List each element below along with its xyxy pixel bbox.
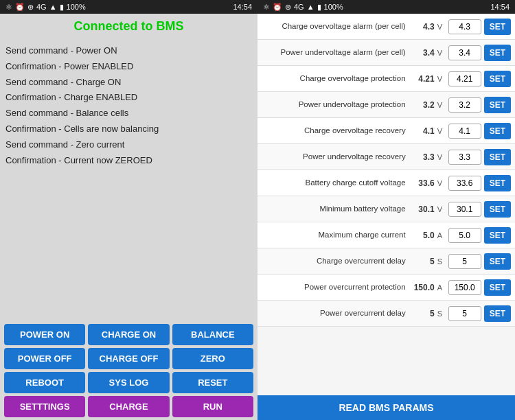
param-input-11[interactable] [448, 306, 481, 321]
param-current-9: 5 [411, 257, 435, 266]
btn-charge[interactable]: CHARGE [88, 396, 169, 417]
param-input-8[interactable] [448, 228, 481, 243]
param-row-6: Battery charge cutoff voltage33.6VSET [258, 170, 515, 196]
button-row-1: POWER OFFCHARGE OFFZERO [4, 348, 253, 369]
log-area: Send command - Power ONConfirmation - Po… [0, 39, 258, 321]
wifi-icon: ⊛ [27, 3, 34, 12]
btn-charge-on[interactable]: CHARGE ON [88, 324, 169, 345]
btn-run[interactable]: RUN [172, 396, 253, 417]
left-panel: Connected to BMS Send command - Power ON… [0, 14, 258, 420]
param-set-btn-10[interactable]: SET [484, 279, 511, 296]
param-current-11: 5 [411, 309, 435, 318]
param-label-8: Maximum charge current [262, 230, 409, 240]
btn-reset[interactable]: RESET [172, 372, 253, 393]
param-input-6[interactable] [448, 176, 481, 191]
param-current-3: 3.2 [411, 100, 435, 110]
btn-power-off[interactable]: POWER OFF [4, 348, 85, 369]
btn-reboot[interactable]: REBOOT [4, 372, 85, 393]
param-unit-3: V [437, 101, 446, 109]
param-set-btn-2[interactable]: SET [484, 71, 511, 87]
param-unit-9: S [437, 257, 446, 266]
param-set-btn-3[interactable]: SET [484, 97, 511, 113]
param-set-btn-8[interactable]: SET [484, 227, 511, 244]
param-unit-6: V [437, 179, 446, 187]
param-set-btn-7[interactable]: SET [484, 201, 511, 218]
param-row-3: Power undervoltage protection3.2VSET [258, 92, 515, 118]
param-input-2[interactable] [448, 71, 481, 86]
wifi-icon-r: ⊛ [285, 3, 291, 12]
param-unit-5: V [437, 153, 446, 161]
param-current-2: 4.21 [411, 74, 435, 84]
log-entry-7: Confirmation - Current now ZEROED [5, 153, 252, 169]
param-row-2: Charge overvoltage protection4.21VSET [258, 66, 515, 92]
param-input-4[interactable] [448, 124, 481, 139]
right-panel: Charge overvoltage alarm (per cell)4.3VS… [258, 14, 515, 420]
time-right: 14:54 [490, 3, 510, 11]
params-list: Charge overvoltage alarm (per cell)4.3VS… [258, 14, 515, 395]
param-row-0: Charge overvoltage alarm (per cell)4.3VS… [258, 14, 515, 40]
param-unit-1: V [437, 49, 446, 57]
param-label-10: Power overcurrent protection [262, 282, 409, 292]
btn-charge-off[interactable]: CHARGE OFF [88, 348, 169, 369]
log-entry-6: Send command - Zero current [5, 137, 252, 153]
param-set-btn-5[interactable]: SET [484, 149, 511, 165]
btn-balance[interactable]: BALANCE [172, 324, 253, 345]
param-input-10[interactable] [448, 280, 481, 295]
4g-label: 4G [36, 3, 47, 11]
battery-percent-right: 100% [324, 3, 343, 11]
log-entry-5: Confirmation - Cells are now balancing [5, 121, 252, 137]
param-label-2: Charge overvoltage protection [262, 73, 409, 84]
param-input-9[interactable] [448, 254, 481, 269]
alarm-icon-r: ⏰ [273, 3, 282, 12]
param-row-8: Maximum charge current5.0ASET [258, 222, 515, 248]
param-input-0[interactable] [448, 19, 481, 34]
param-label-3: Power undervoltage protection [262, 100, 409, 110]
log-entry-0: Send command - Power ON [5, 43, 252, 59]
param-input-7[interactable] [448, 202, 481, 217]
btn-zero[interactable]: ZERO [172, 348, 253, 369]
param-input-5[interactable] [448, 150, 481, 165]
param-set-btn-4[interactable]: SET [484, 123, 511, 139]
param-current-1: 3.4 [411, 48, 435, 58]
connected-banner: Connected to BMS [0, 14, 258, 39]
param-set-btn-1[interactable]: SET [484, 45, 511, 61]
param-current-4: 4.1 [411, 126, 435, 136]
param-unit-0: V [437, 23, 446, 31]
param-unit-7: V [437, 205, 446, 213]
log-entry-1: Confirmation - Power ENABLED [5, 59, 252, 75]
param-label-9: Charge overcurrent delay [262, 256, 409, 266]
param-row-11: Power overcurrent delay5SSET [258, 301, 515, 327]
param-unit-8: A [437, 231, 446, 240]
param-set-btn-9[interactable]: SET [484, 253, 511, 270]
button-grid: POWER ONCHARGE ONBALANCEPOWER OFFCHARGE … [0, 321, 258, 420]
button-row-2: REBOOTSYS LOGRESET [4, 372, 253, 393]
param-unit-2: V [437, 75, 446, 83]
param-current-0: 4.3 [411, 22, 435, 32]
battery-percent-left: 100% [67, 3, 86, 11]
bluetooth-icon-r: ⚛ [263, 3, 270, 12]
param-label-1: Power undervoltage alarm (per cell) [262, 47, 409, 58]
param-row-4: Charge overvoltage recovery4.1VSET [258, 118, 515, 144]
log-entry-2: Send command - Charge ON [5, 75, 252, 91]
signal-icon: ▲ [49, 3, 57, 11]
param-set-btn-0[interactable]: SET [484, 19, 511, 35]
log-entry-3: Confirmation - Charge ENABLED [5, 90, 252, 106]
param-current-5: 3.3 [411, 152, 435, 162]
param-label-5: Power undervoltage recovery [262, 152, 409, 162]
param-label-11: Power overcurrent delay [262, 308, 409, 318]
btn-sys-log[interactable]: SYS LOG [88, 372, 169, 393]
btn-setttings[interactable]: SETTTINGS [4, 396, 85, 417]
param-label-4: Charge overvoltage recovery [262, 126, 409, 136]
read-bms-button[interactable]: READ BMS PARAMS [258, 395, 515, 420]
btn-power-on[interactable]: POWER ON [4, 324, 85, 345]
battery-icon-r: ▮ [317, 3, 321, 12]
param-input-3[interactable] [448, 97, 481, 113]
param-set-btn-11[interactable]: SET [484, 305, 511, 322]
param-current-8: 5.0 [411, 231, 435, 240]
log-entry-4: Send command - Balance cells [5, 106, 252, 121]
alarm-icon: ⏰ [15, 3, 25, 12]
param-set-btn-6[interactable]: SET [484, 175, 511, 191]
param-input-1[interactable] [448, 45, 481, 60]
param-current-7: 30.1 [411, 205, 435, 214]
param-label-0: Charge overvoltage alarm (per cell) [262, 21, 409, 32]
